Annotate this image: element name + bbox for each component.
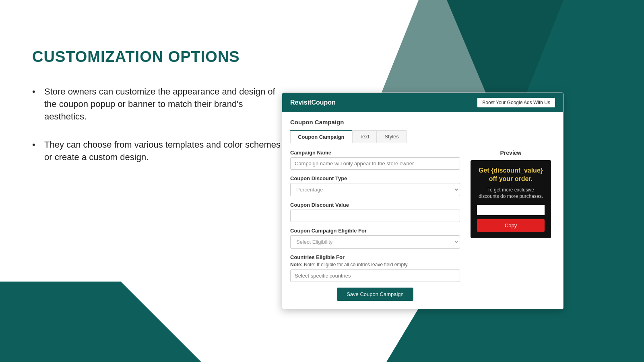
preview-card: Get {discount_value} off your order. To …: [471, 160, 551, 238]
tab-coupon-campaign[interactable]: Coupon Campaign: [290, 130, 352, 143]
bullet-item-2: They can choose from various templates a…: [32, 139, 282, 164]
bg-shape-bottom-left: [0, 282, 201, 362]
discount-type-label: Coupon Discount Type: [290, 175, 460, 181]
app-body: Coupon Campaign Coupon Campaign Text Sty…: [282, 112, 563, 309]
save-campaign-button[interactable]: Save Coupon Campaign: [337, 288, 413, 301]
eligible-for-select[interactable]: Select Eligibility: [290, 235, 460, 249]
boost-button[interactable]: Boost Your Google Ads With Us: [477, 98, 555, 107]
app-window: RevisitCoupon Boost Your Google Ads With…: [282, 93, 564, 309]
tab-styles[interactable]: Styles: [377, 130, 406, 143]
page-title: CUSTOMIZATION OPTIONS: [32, 48, 282, 66]
app-content-row: Campaign Name Coupon Discount Type Perce…: [290, 150, 555, 302]
discount-value-input[interactable]: [290, 210, 460, 222]
campaign-name-input[interactable]: [290, 157, 460, 170]
campaign-name-label: Campaign Name: [290, 150, 460, 156]
section-title: Coupon Campaign: [290, 119, 555, 125]
countries-note: Note: Note: If eligible for all countrie…: [290, 262, 460, 267]
preview-label: Preview: [500, 150, 522, 156]
campaign-name-row: Campaign Name: [290, 150, 460, 170]
preview-card-subtitle: To get more exclusive discounts do more …: [477, 187, 545, 200]
preview-card-title: Get {discount_value} off your order.: [477, 167, 545, 183]
bullet-list: Store owners can customize the appearanc…: [32, 86, 282, 164]
discount-type-row: Coupon Discount Type Percentage: [290, 175, 460, 196]
eligible-for-label: Coupon Campaign Eligible For: [290, 228, 460, 234]
eligible-for-row: Coupon Campaign Eligible For Select Elig…: [290, 228, 460, 249]
discount-value-row: Coupon Discount Value: [290, 202, 460, 222]
countries-input[interactable]: [290, 269, 460, 282]
preview-card-input[interactable]: [477, 205, 545, 215]
form-column: Campaign Name Coupon Discount Type Perce…: [290, 150, 460, 302]
preview-copy-button[interactable]: Copy: [477, 219, 545, 232]
discount-type-select[interactable]: Percentage: [290, 183, 460, 196]
preview-column: Preview Get {discount_value} off your or…: [466, 150, 555, 302]
left-panel: CUSTOMIZATION OPTIONS Store owners can c…: [32, 48, 282, 180]
app-header: RevisitCoupon Boost Your Google Ads With…: [282, 93, 563, 112]
tab-text[interactable]: Text: [352, 130, 377, 143]
tabs: Coupon Campaign Text Styles: [290, 130, 555, 143]
countries-label: Countries Eligible For: [290, 254, 460, 260]
countries-row: Countries Eligible For Note: Note: If el…: [290, 254, 460, 282]
discount-value-label: Coupon Discount Value: [290, 202, 460, 208]
bullet-item-1: Store owners can customize the appearanc…: [32, 86, 282, 123]
app-header-title: RevisitCoupon: [290, 99, 336, 106]
